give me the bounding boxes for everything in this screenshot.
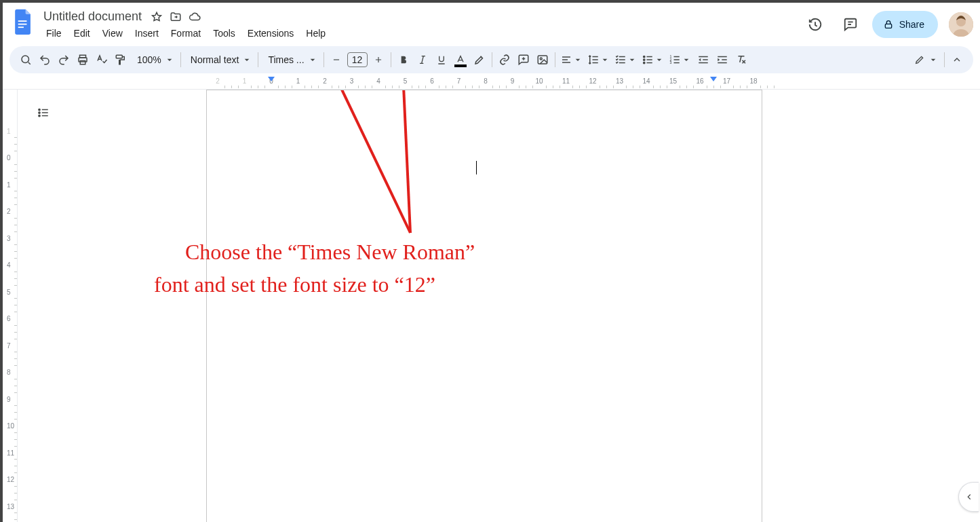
zoom-value: 100% [137, 54, 161, 65]
text-cursor [476, 161, 477, 174]
annotation-line1: Choose the “Times New Roman” [185, 237, 475, 267]
zoom-select[interactable]: 100% [130, 50, 178, 69]
line-spacing-select[interactable] [585, 50, 612, 69]
font-size-decrease-icon[interactable] [327, 50, 346, 69]
svg-point-21 [39, 115, 40, 116]
bold-icon[interactable] [394, 50, 413, 69]
redo-icon[interactable] [54, 50, 73, 69]
font-family-select[interactable]: Times ... [261, 50, 320, 69]
chevron-down-icon [654, 54, 665, 65]
insert-image-icon[interactable] [533, 50, 552, 69]
print-icon[interactable] [73, 50, 92, 69]
paragraph-style-value: Normal text [191, 54, 239, 65]
workspace: 1012345678910111213 Choose the “Times Ne… [3, 90, 980, 522]
share-button[interactable]: Share [872, 11, 938, 38]
font-size-increase-icon[interactable] [369, 50, 388, 69]
document-page[interactable]: Choose the “Times New Roman” font and se… [206, 90, 762, 522]
chevron-down-icon [928, 54, 939, 65]
explore-fab[interactable] [958, 482, 979, 512]
chevron-down-icon [627, 54, 638, 65]
svg-point-20 [39, 112, 40, 113]
menu-view[interactable]: View [97, 25, 128, 41]
header-right: Share [802, 7, 973, 38]
underline-icon[interactable] [432, 50, 451, 69]
paragraph-style-select[interactable]: Normal text [184, 50, 256, 69]
search-menus-icon[interactable] [16, 50, 35, 69]
text-color-icon[interactable] [451, 50, 470, 69]
checklist-select[interactable] [612, 50, 640, 69]
chevron-down-icon [164, 54, 175, 65]
chevron-down-icon [681, 54, 692, 65]
svg-rect-1 [18, 24, 27, 25]
account-avatar[interactable] [949, 12, 973, 37]
chevron-down-icon [572, 54, 583, 65]
menu-bar: File Edit View Insert Format Tools Exten… [41, 24, 802, 41]
svg-rect-10 [116, 55, 122, 58]
menu-edit[interactable]: Edit [68, 25, 96, 41]
menu-file[interactable]: File [41, 25, 67, 41]
svg-point-19 [39, 109, 40, 110]
chevron-down-icon [241, 54, 252, 65]
svg-rect-11 [538, 56, 547, 64]
highlight-color-icon[interactable] [470, 50, 489, 69]
svg-point-15 [643, 62, 644, 63]
menu-extensions[interactable]: Extensions [242, 25, 299, 41]
title-area: Untitled document File Edit View Insert … [41, 7, 802, 41]
ruler-horizontal[interactable]: 210123456789101112131415161718 [3, 77, 980, 90]
doc-title-input[interactable]: Untitled document [41, 10, 144, 24]
toolbar: 100% Normal text Times ... 12 [9, 46, 973, 73]
docs-logo[interactable] [9, 8, 37, 35]
ruler-vertical[interactable]: 1012345678910111213 [3, 90, 18, 522]
align-select[interactable] [558, 50, 585, 69]
share-label: Share [899, 19, 924, 30]
svg-point-14 [643, 59, 644, 60]
annotation-line2: font and set the font size to “12” [154, 269, 435, 300]
menu-help[interactable]: Help [300, 25, 331, 41]
star-icon[interactable] [150, 10, 163, 24]
svg-point-12 [540, 58, 542, 60]
svg-point-6 [22, 56, 29, 63]
cloud-saved-icon[interactable] [188, 10, 201, 24]
bulleted-list-select[interactable] [640, 50, 667, 69]
chevron-down-icon [600, 54, 610, 65]
pencil-icon [914, 54, 925, 65]
svg-rect-2 [18, 26, 24, 28]
annotation-overlay: Choose the “Times New Roman” font and se… [207, 90, 762, 522]
chevron-down-icon [307, 54, 318, 65]
svg-line-23 [334, 90, 410, 233]
insert-link-icon[interactable] [495, 50, 514, 69]
font-size-group: 12 [327, 50, 388, 69]
svg-line-22 [403, 90, 410, 233]
editing-mode-select[interactable] [907, 50, 941, 69]
spellcheck-icon[interactable] [92, 50, 111, 69]
menu-format[interactable]: Format [165, 25, 206, 41]
clear-format-icon[interactable] [732, 50, 751, 69]
history-icon[interactable] [802, 11, 829, 38]
document-outline-icon[interactable] [33, 102, 54, 124]
italic-icon[interactable] [413, 50, 432, 69]
collapse-toolbar-icon[interactable] [947, 50, 966, 69]
move-to-folder-icon[interactable] [169, 10, 182, 24]
indent-increase-icon[interactable] [713, 50, 732, 69]
indent-decrease-icon[interactable] [694, 50, 713, 69]
svg-text:3: 3 [669, 60, 671, 64]
paint-format-icon[interactable] [111, 50, 130, 69]
menu-tools[interactable]: Tools [208, 25, 241, 41]
header: Untitled document File Edit View Insert … [3, 3, 980, 43]
svg-rect-3 [885, 24, 891, 28]
lock-icon [883, 19, 894, 30]
chevron-left-icon [964, 492, 974, 502]
svg-rect-0 [18, 20, 27, 22]
undo-icon[interactable] [35, 50, 54, 69]
numbered-list-select[interactable]: 123 [667, 50, 694, 69]
add-comment-icon[interactable] [514, 50, 533, 69]
comments-icon[interactable] [837, 11, 864, 38]
menu-insert[interactable]: Insert [130, 25, 164, 41]
svg-point-13 [643, 56, 644, 57]
font-size-input[interactable]: 12 [347, 52, 368, 67]
font-family-value: Times ... [268, 54, 304, 65]
